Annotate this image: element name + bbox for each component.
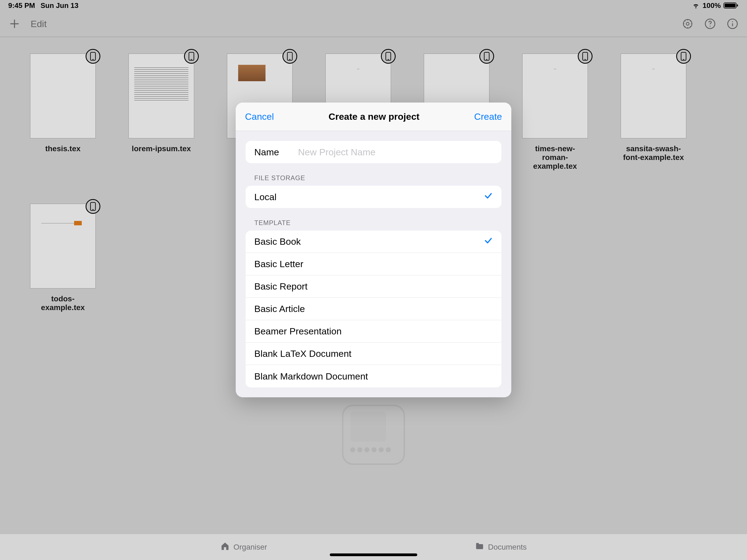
storage-option-label: Local [254,192,277,202]
tab-organiser[interactable]: Organiser [221,541,267,553]
template-option-label: Blank LaTeX Document [254,348,351,359]
template-option-label: Basic Book [254,236,301,247]
file-storage-header: FILE STORAGE [246,174,501,186]
name-field-row: Name [246,141,501,163]
template-option-basic-report[interactable]: Basic Report [246,275,501,298]
template-option-beamer-presentation[interactable]: Beamer Presentation [246,320,501,342]
tab-label: Organiser [233,543,267,552]
tab-label: Documents [488,543,527,552]
template-header: TEMPLATE [246,219,501,230]
cancel-button[interactable]: Cancel [245,111,274,122]
storage-option-local[interactable]: Local [246,186,501,208]
template-option-basic-book[interactable]: Basic Book [246,230,501,253]
home-indicator[interactable] [330,554,417,556]
create-project-modal: Cancel Create a new project Create Name … [236,103,511,397]
check-icon [484,236,493,247]
create-button[interactable]: Create [474,111,502,122]
tab-documents[interactable]: Documents [475,541,527,553]
modal-header: Cancel Create a new project Create [236,103,511,131]
folder-icon [475,541,484,553]
template-option-blank-markdown[interactable]: Blank Markdown Document [246,365,501,387]
template-option-label: Basic Article [254,304,305,314]
template-option-label: Blank Markdown Document [254,371,368,382]
template-option-label: Beamer Presentation [254,326,341,337]
home-icon [221,541,230,553]
modal-title: Create a new project [329,111,420,122]
template-option-blank-latex[interactable]: Blank LaTeX Document [246,342,501,365]
template-option-label: Basic Letter [254,259,304,269]
name-field-label: Name [254,147,282,157]
check-icon [484,192,493,202]
template-option-basic-article[interactable]: Basic Article [246,298,501,320]
project-name-input[interactable] [298,147,493,157]
template-option-basic-letter[interactable]: Basic Letter [246,253,501,275]
template-option-label: Basic Report [254,281,308,292]
